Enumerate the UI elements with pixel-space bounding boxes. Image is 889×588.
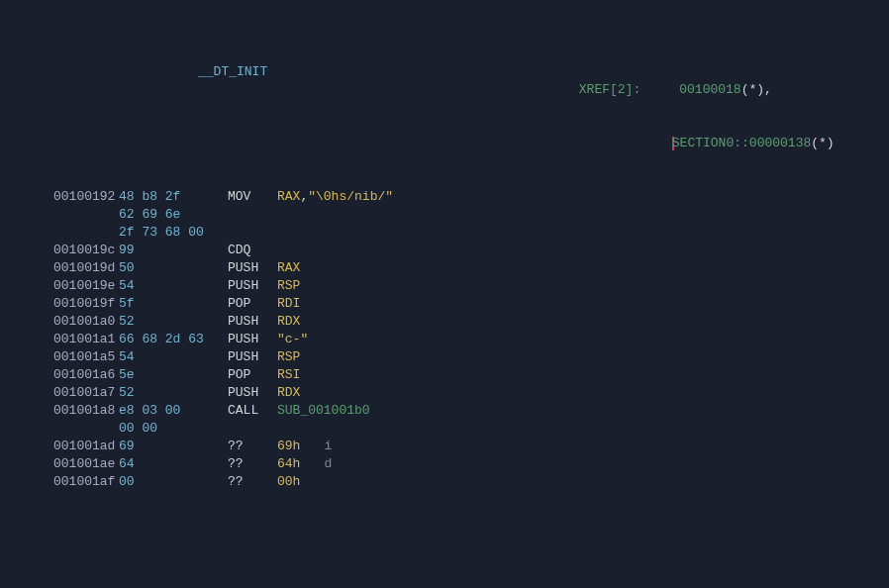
instruction-row[interactable]: 00 00 [0, 420, 889, 438]
bytes: 52 [119, 313, 198, 331]
mnemonic: MOV [198, 188, 277, 206]
instruction-row[interactable]: 001001a554PUSHRSP [0, 348, 889, 366]
instruction-row[interactable]: 001001a052PUSHRDX [0, 313, 889, 331]
instruction-row[interactable]: 0010019c99CDQ [0, 242, 889, 259]
instruction-row[interactable]: 0010019e54PUSHRSP [0, 277, 889, 295]
operands: 69hi [277, 438, 889, 455]
bytes: 54 [119, 277, 198, 295]
instruction-row[interactable]: 0010019f5fPOPRDI [0, 295, 889, 313]
mnemonic: PUSH [198, 259, 277, 277]
operands: 64hd [277, 455, 889, 473]
bytes: 62 69 6e [119, 206, 198, 224]
operands: RSP [277, 277, 889, 295]
operands: RDX [277, 384, 889, 402]
operands: RSI [277, 366, 889, 384]
bytes: 66 68 2d 63 [119, 331, 198, 348]
mnemonic [198, 420, 277, 438]
mnemonic: CDQ [198, 242, 277, 259]
operand: RAX [277, 260, 300, 275]
operands: SUB_001001b0 [277, 402, 889, 420]
operands: RAX,"\0hs/nib/" [277, 188, 889, 206]
operand: "\0hs/nib/" [308, 189, 393, 204]
bytes: e8 03 00 [119, 402, 198, 420]
xref-header: XREF[2]: 00100018(*), [533, 63, 889, 81]
operands: RDX [277, 313, 889, 331]
address [0, 224, 119, 242]
instruction-row[interactable]: 001001a8e8 03 00CALLSUB_001001b0 [0, 402, 889, 420]
operand: 69h [277, 439, 300, 453]
bytes: 00 00 [119, 420, 198, 438]
operand: 64h [277, 456, 300, 471]
operand: RSI [277, 367, 300, 382]
instruction-row[interactable]: 0010019248 b8 2fMOVRAX,"\0hs/nib/" [0, 188, 889, 206]
operands: 00h [277, 473, 889, 491]
bytes: 64 [119, 455, 198, 473]
address: 001001a0 [0, 313, 119, 331]
mnemonic: ?? [198, 473, 277, 491]
address: 001001ae [0, 455, 119, 473]
address: 001001af [0, 473, 119, 491]
instruction-row[interactable]: 2f 73 68 00 [0, 224, 889, 242]
instruction-row[interactable]: 62 69 6e [0, 206, 889, 224]
mnemonic: ?? [198, 438, 277, 455]
operand: RDX [277, 385, 300, 400]
address [0, 206, 119, 224]
mnemonic: PUSH [198, 348, 277, 366]
bytes: 5e [119, 366, 198, 384]
function-label: __DT_INIT [0, 63, 267, 81]
instruction-row[interactable]: 0010019d50PUSHRAX [0, 259, 889, 277]
address: 0010019d [0, 259, 119, 277]
char-repr: d [300, 456, 332, 471]
bytes: 48 b8 2f [119, 188, 198, 206]
operand: 00h [277, 474, 300, 489]
operands: RAX [277, 259, 889, 277]
disassembly-listing[interactable]: __DT_INIT XREF[2]: 00100018(*), SECTION0… [0, 10, 889, 588]
address: 0010019e [0, 277, 119, 295]
mnemonic: PUSH [198, 384, 277, 402]
address: 001001a5 [0, 348, 119, 366]
instruction-row[interactable]: 001001a65ePOPRSI [0, 366, 889, 384]
operands [277, 224, 889, 242]
mnemonic [198, 206, 277, 224]
operands [277, 420, 889, 438]
bytes: 5f [119, 295, 198, 313]
mnemonic: CALL [198, 402, 277, 420]
operand: RDI [277, 296, 300, 311]
bytes: 52 [119, 384, 198, 402]
bytes: 54 [119, 348, 198, 366]
xref-continuation: SECTION0::00000138(*) [0, 117, 889, 135]
address [0, 420, 119, 438]
mnemonic: PUSH [198, 277, 277, 295]
operands: RDI [277, 295, 889, 313]
bytes: 99 [119, 242, 198, 259]
address: 001001a6 [0, 366, 119, 384]
address: 001001a8 [0, 402, 119, 420]
operand[interactable]: SUB_001001b0 [277, 403, 370, 418]
mnemonic: ?? [198, 455, 277, 473]
bytes: 2f 73 68 00 [119, 224, 198, 242]
operands [277, 206, 889, 224]
operand: RSP [277, 278, 300, 293]
operands: "c-" [277, 331, 889, 348]
bytes: 50 [119, 259, 198, 277]
bytes: 69 [119, 438, 198, 455]
operands [277, 242, 889, 259]
address: 0010019f [0, 295, 119, 313]
address: 001001ad [0, 438, 119, 455]
mnemonic: POP [198, 366, 277, 384]
instruction-row[interactable]: 001001a752PUSHRDX [0, 384, 889, 402]
operand: RSP [277, 349, 300, 364]
operands: RSP [277, 348, 889, 366]
mnemonic [198, 224, 277, 242]
mnemonic: POP [198, 295, 277, 313]
label-row: __DT_INIT XREF[2]: 00100018(*), [0, 63, 889, 81]
instruction-row[interactable]: 001001a166 68 2d 63PUSH"c-" [0, 331, 889, 348]
char-repr: i [300, 439, 332, 453]
address: 0010019c [0, 242, 119, 259]
instruction-row[interactable]: 001001ad69??69hi [0, 438, 889, 455]
address: 00100192 [0, 188, 119, 206]
instruction-row[interactable]: 001001af00??00h [0, 473, 889, 491]
mnemonic: PUSH [198, 331, 277, 348]
instruction-row[interactable]: 001001ae64??64hd [0, 455, 889, 473]
bytes: 00 [119, 473, 198, 491]
